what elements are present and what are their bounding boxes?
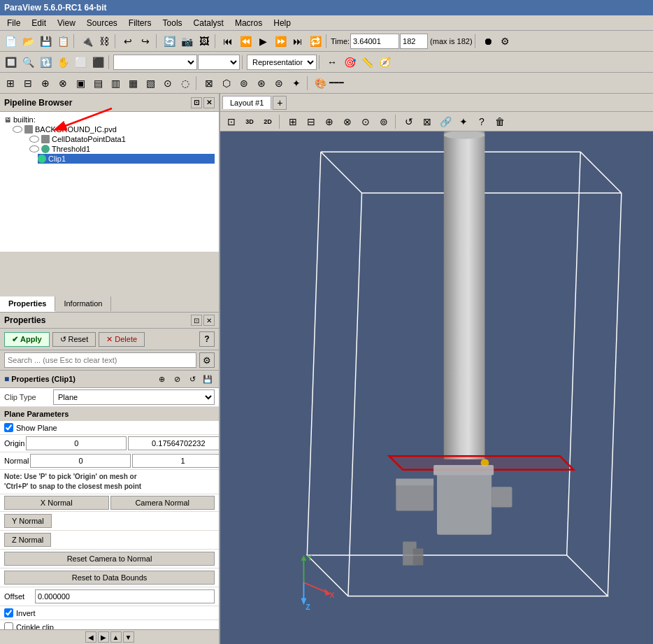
layout-tab[interactable]: Layout #1 [222,96,271,109]
prev-frame-btn[interactable]: ⏪ [237,33,254,50]
z-normal-btn[interactable]: Z Normal [4,533,51,547]
menu-filters[interactable]: Filters [123,17,157,29]
pipeline-item-builtin[interactable]: 🖥 builtin: [4,115,215,124]
tb3-btn6[interactable]: ▤ [89,75,106,92]
menu-macros[interactable]: Macros [229,17,268,29]
cam-reset-btn[interactable]: ↺ [401,113,417,130]
pipeline-close-btn[interactable]: ✕ [203,97,215,108]
first-frame-btn[interactable]: ⏮ [220,33,236,50]
menu-catalyst[interactable]: Catalyst [188,17,229,29]
menu-sources[interactable]: Sources [81,17,123,29]
time-input[interactable] [350,34,399,49]
scroll-up-btn[interactable]: ▲ [110,631,122,643]
orient-btn[interactable]: 🧭 [376,54,393,71]
vt-btn4[interactable]: ⊗ [339,113,356,130]
save-state-btn[interactable]: 📋 [55,33,71,50]
tb3-btn15[interactable]: ⊛ [253,75,270,92]
apply-button[interactable]: ✔ Apply [4,332,50,347]
tab-properties[interactable]: Properties [0,296,55,312]
loop-btn[interactable]: 🔁 [307,33,324,50]
undo-btn[interactable]: ↩ [120,33,136,50]
new-btn[interactable]: 📄 [2,33,19,50]
search-gear-btn[interactable]: ⚙ [199,352,215,368]
pipeline-undock-btn[interactable]: ⊡ [191,97,202,108]
settings-btn[interactable]: ⚙ [497,33,514,50]
tb3-btn4[interactable]: ⊗ [55,75,71,92]
camera-normal-btn[interactable]: Camera Normal [110,496,215,510]
last-frame-btn[interactable]: ⏭ [289,33,306,50]
next-frame-btn[interactable]: ⏩ [272,33,289,50]
select-btn[interactable]: ⬜ [72,54,89,71]
tb3-btn7[interactable]: ▥ [107,75,124,92]
2d-btn[interactable]: 2D [259,113,276,130]
open-btn[interactable]: 📂 [20,33,36,50]
save2-btn[interactable]: 💾 [201,372,215,386]
menu-tools[interactable]: Tools [157,17,188,29]
pan-btn[interactable]: ✋ [55,54,71,71]
3d-btn[interactable]: 3D [241,113,258,130]
delete-button[interactable]: ✕ Delete [99,332,145,347]
scroll-left-btn[interactable]: ◀ [85,631,96,643]
menu-view[interactable]: View [52,17,81,29]
help-button[interactable]: ? [199,331,215,347]
paste-btn[interactable]: ⊘ [170,372,184,386]
y-normal-btn[interactable]: Y Normal [4,514,52,528]
reset-cam-btn[interactable]: 🔲 [2,54,19,71]
tb3-btn1[interactable]: ⊞ [2,75,19,92]
cam-fit-btn[interactable]: ⊠ [419,113,436,130]
cam-help-btn[interactable]: ? [473,113,490,130]
tb3-btn17[interactable]: ✦ [288,75,305,92]
tb3-btn13[interactable]: ⬡ [218,75,235,92]
camera-btn[interactable]: 📷 [178,33,195,50]
interact-btn[interactable]: ↔ [324,54,340,71]
origin-y[interactable] [128,436,219,450]
measure-btn[interactable]: 📏 [359,54,375,71]
play-btn[interactable]: ▶ [254,33,271,50]
tb3-btn12[interactable]: ⊠ [201,75,217,92]
normal-x[interactable] [30,454,131,468]
crinkle-checkbox[interactable] [4,622,13,629]
cam-delete-btn[interactable]: 🗑 [491,113,508,130]
scroll-down-btn[interactable]: ▼ [123,631,134,643]
component-dropdown[interactable] [198,55,240,70]
vt-btn3[interactable]: ⊕ [321,113,338,130]
tb3-btn9[interactable]: ▧ [142,75,159,92]
search-input[interactable] [4,352,196,368]
refresh2-btn[interactable]: ↺ [185,372,199,386]
pipeline-item-threshold[interactable]: Threshold1 [29,144,215,154]
pipeline-item-background[interactable]: BACKGROUND_IC.pvd [13,124,215,134]
vt-btn2[interactable]: ⊟ [303,113,320,130]
tb3-btn3[interactable]: ⊕ [37,75,54,92]
add-layout-btn[interactable]: + [273,96,287,110]
tab-information[interactable]: Information [55,296,111,312]
tb3-btn11[interactable]: ◌ [177,75,194,92]
reset-camera-normal-btn[interactable]: Reset Camera to Normal [4,552,215,566]
clip-type-select[interactable]: PlaneBoxSphereScalar [53,389,215,405]
tb3-btn5[interactable]: ▣ [72,75,89,92]
vt-btn6[interactable]: ⊚ [375,113,392,130]
normal-y[interactable] [132,454,219,468]
vt-btn5[interactable]: ⊙ [357,113,374,130]
variable-dropdown[interactable] [113,55,197,70]
offset-input[interactable] [35,589,215,603]
pipeline-browser-header[interactable]: Pipeline Browser ⊡ ✕ [0,94,219,112]
props-close-btn[interactable]: ✕ [203,315,215,326]
frame-input[interactable] [400,34,428,49]
tb3-btn10[interactable]: ⊙ [159,75,176,92]
select2-btn[interactable]: ⬛ [89,54,106,71]
record-btn[interactable]: ⏺ [480,33,496,50]
reset-view-btn[interactable]: ⊡ [223,113,240,130]
props-undock-btn[interactable]: ⊡ [191,315,202,326]
tb3-btn2[interactable]: ⊟ [20,75,36,92]
disconnect-btn[interactable]: ⛓ [96,33,113,50]
x-normal-btn[interactable]: X Normal [4,496,109,510]
menu-help[interactable]: Help [268,17,296,29]
reset-button[interactable]: ↺ Reset [52,332,96,347]
refresh-btn[interactable]: 🔄 [161,33,178,50]
menu-edit[interactable]: Edit [26,17,52,29]
redo-btn[interactable]: ↪ [137,33,154,50]
menu-file[interactable]: File [1,17,26,29]
tb3-btn8[interactable]: ▦ [124,75,141,92]
pipeline-item-clip1[interactable]: Clip1 [38,154,215,164]
cam-interact-btn[interactable]: ✦ [455,113,472,130]
